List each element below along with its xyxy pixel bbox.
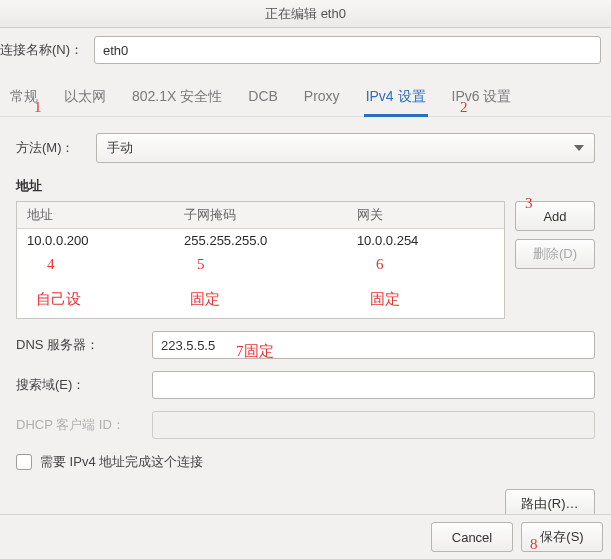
table-row[interactable]: 10.0.0.200 255.255.255.0 10.0.0.254 (17, 229, 504, 252)
connection-name-label: 连接名称(N)： (0, 41, 84, 59)
tab-ipv6[interactable]: IPv6 设置 (452, 82, 512, 116)
method-combobox[interactable]: 手动 (96, 133, 595, 163)
connection-name-row: 连接名称(N)： (0, 28, 611, 72)
method-value: 手动 (107, 139, 133, 157)
tabs-bar: 常规 以太网 802.1X 安全性 DCB Proxy IPv4 设置 IPv6… (0, 72, 611, 117)
col-address: 地址 (17, 202, 174, 228)
table-header: 地址 子网掩码 网关 (17, 202, 504, 229)
save-button[interactable]: 保存(S) (521, 522, 603, 552)
search-domain-input[interactable] (152, 371, 595, 399)
ipv4-panel: 方法(M)： 手动 地址 地址 子网掩码 网关 10.0.0.200 255.2… (0, 117, 611, 529)
dns-label: DNS 服务器： (16, 336, 142, 354)
chevron-down-icon (574, 145, 584, 151)
addresses-table[interactable]: 地址 子网掩码 网关 10.0.0.200 255.255.255.0 10.0… (16, 201, 505, 319)
require-ipv4-checkbox[interactable] (16, 454, 32, 470)
dns-input[interactable] (152, 331, 595, 359)
method-row: 方法(M)： 手动 (16, 133, 595, 163)
tab-general[interactable]: 常规 (10, 82, 38, 116)
search-domain-label: 搜索域(E)： (16, 376, 142, 394)
cell-netmask[interactable]: 255.255.255.0 (174, 229, 347, 252)
cell-address[interactable]: 10.0.0.200 (17, 229, 174, 252)
col-gateway: 网关 (347, 202, 504, 228)
add-button[interactable]: Add (515, 201, 595, 231)
cell-gateway[interactable]: 10.0.0.254 (347, 229, 504, 252)
col-netmask: 子网掩码 (174, 202, 347, 228)
addresses-section-label: 地址 (16, 177, 595, 195)
connection-name-input[interactable] (94, 36, 601, 64)
delete-button[interactable]: 删除(D) (515, 239, 595, 269)
cancel-button[interactable]: Cancel (431, 522, 513, 552)
method-label: 方法(M)： (16, 139, 86, 157)
dialog-footer: Cancel 保存(S) (0, 515, 611, 559)
dhcp-client-id-input (152, 411, 595, 439)
dhcp-client-id-label: DHCP 客户端 ID： (16, 416, 142, 434)
window-title: 正在编辑 eth0 (0, 0, 611, 28)
tab-proxy[interactable]: Proxy (304, 82, 340, 116)
tab-8021x-security[interactable]: 802.1X 安全性 (132, 82, 222, 116)
tab-dcb[interactable]: DCB (248, 82, 278, 116)
require-ipv4-label: 需要 IPv4 地址完成这个连接 (40, 453, 203, 471)
tab-ethernet[interactable]: 以太网 (64, 82, 106, 116)
tab-ipv4[interactable]: IPv4 设置 (366, 82, 426, 116)
